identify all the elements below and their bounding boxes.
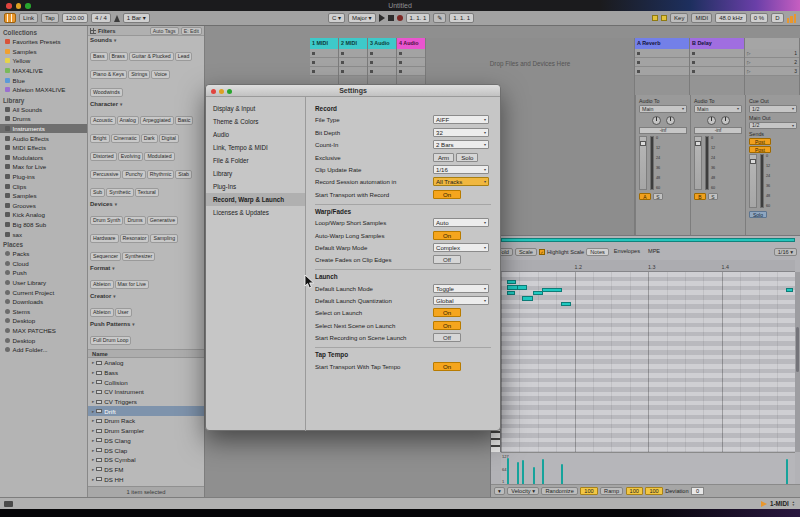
filter-tag[interactable]: Bass — [90, 52, 108, 61]
tab-envelopes[interactable]: Envelopes — [611, 248, 643, 257]
scene-slot[interactable]: ▷1 — [745, 49, 799, 58]
dropdown[interactable]: 1/16▾ — [433, 165, 489, 174]
filter-tag[interactable]: Brass — [109, 52, 128, 61]
fader-handle[interactable] — [695, 141, 701, 146]
filter-tag[interactable]: Max for Live — [115, 280, 149, 289]
quantization-menu[interactable]: 1 Bar ▾ — [123, 13, 150, 23]
tempo-field[interactable]: 120.00 — [62, 13, 88, 23]
places-item[interactable]: Packs — [0, 249, 87, 259]
settings-nav-item[interactable]: Record, Warp & Launch — [206, 193, 305, 206]
link-button[interactable]: Link — [19, 13, 38, 23]
scale-button[interactable]: Scale — [515, 248, 537, 257]
library-item[interactable]: Kick Analog — [0, 210, 87, 220]
key-map-button[interactable]: Key — [670, 13, 688, 23]
clip-slot[interactable] — [339, 49, 367, 58]
collection-item[interactable]: Samples — [0, 47, 87, 57]
velocity-stem[interactable] — [517, 462, 519, 485]
toggle-button[interactable]: On — [433, 321, 461, 330]
results-name-header[interactable]: Name — [88, 349, 204, 358]
filter-tag[interactable]: Evolving — [118, 152, 144, 161]
collection-item[interactable]: Blue — [0, 75, 87, 85]
stop-button[interactable] — [388, 15, 394, 21]
volume-value[interactable]: -inf — [694, 127, 742, 134]
collection-item[interactable]: Ableton MAX4LIVE — [0, 85, 87, 95]
filter-tag[interactable]: Hardware — [90, 234, 119, 243]
filter-tag[interactable]: Piano & Keys — [90, 70, 127, 79]
library-item[interactable]: All Sounds — [0, 105, 87, 115]
library-item[interactable]: Plug-ins — [0, 172, 87, 182]
dropdown[interactable]: Auto▾ — [433, 218, 489, 227]
lane-selector-menu[interactable]: Velocity ▾ — [507, 487, 539, 496]
time-signature-field[interactable]: 4 / 4 — [91, 13, 111, 23]
clip-slot[interactable] — [368, 67, 396, 76]
places-item[interactable]: Stems — [0, 306, 87, 316]
filter-tag[interactable]: Ableton — [90, 280, 114, 289]
filter-tag[interactable]: Synthesizer — [122, 252, 155, 261]
return-track-header[interactable]: A Reverb — [635, 38, 689, 49]
library-item[interactable]: Modulators — [0, 153, 87, 163]
library-item[interactable]: Grooves — [0, 201, 87, 211]
library-item[interactable]: Instruments — [0, 124, 87, 134]
browser-result-row[interactable]: ▸Drum Rack — [88, 416, 204, 426]
dropdown[interactable]: 32▾ — [433, 128, 489, 137]
toggle-button[interactable]: On — [433, 190, 461, 199]
deviation-field[interactable]: 0 — [691, 487, 704, 496]
collections-header[interactable]: Collections — [0, 27, 87, 37]
filter-tag[interactable]: Resonator — [120, 234, 150, 243]
filter-tag[interactable]: Drum Synth — [90, 216, 123, 225]
filter-tag[interactable]: User — [115, 308, 132, 317]
return-track-header[interactable]: B Delay — [690, 38, 744, 49]
filter-tag[interactable]: Acoustic — [90, 116, 116, 125]
velocity-stem[interactable] — [561, 464, 563, 485]
clip-slot[interactable] — [368, 49, 396, 58]
scrollbar-thumb[interactable] — [796, 327, 799, 372]
post-toggle-b[interactable]: Post — [749, 146, 771, 153]
current-clip-indicator[interactable]: 1-MIDI ▲▼ — [761, 500, 800, 507]
clip-slot[interactable] — [339, 58, 367, 67]
filter-tag[interactable]: Digital — [159, 134, 179, 143]
crossfade-b-button[interactable]: B — [694, 193, 706, 200]
toggle-button[interactable]: Off — [433, 333, 461, 342]
filter-tag[interactable]: Strings — [128, 70, 150, 79]
solo-button[interactable]: S — [708, 193, 718, 200]
browser-result-row[interactable]: ▸CV Triggers — [88, 397, 204, 407]
browser-result-row[interactable]: ▸Drift — [88, 406, 204, 416]
midi-note[interactable] — [517, 285, 526, 289]
browser-result-row[interactable]: ▸DS FM — [88, 465, 204, 475]
filter-tag[interactable]: Rhythmic — [147, 170, 175, 179]
volume-fader[interactable] — [694, 136, 702, 190]
dropdown[interactable]: Global▾ — [433, 296, 489, 305]
midi-note[interactable] — [522, 296, 533, 300]
scale-name-menu[interactable]: Major ▾ — [348, 13, 376, 23]
library-item[interactable]: sax — [0, 229, 87, 239]
places-item[interactable]: Cloud — [0, 258, 87, 268]
close-button[interactable] — [211, 89, 216, 94]
beat-time-ruler[interactable]: 1.21.31.4 — [501, 260, 795, 272]
midi-map-button[interactable]: MIDI — [691, 13, 712, 23]
library-item[interactable]: Audio Effects — [0, 133, 87, 143]
filter-tag[interactable]: Cinematic — [111, 134, 140, 143]
browser-result-row[interactable]: ▸DS Clap — [88, 445, 204, 455]
main-track-header[interactable] — [745, 38, 799, 49]
clip-slot[interactable] — [635, 49, 689, 58]
record-button[interactable] — [397, 15, 403, 21]
arrang-position-field[interactable]: 1. 1. 1 — [406, 13, 431, 23]
places-item[interactable]: Add Folder... — [0, 345, 87, 355]
midi-note[interactable] — [561, 302, 571, 306]
track-header[interactable]: 3 Audio — [368, 38, 396, 49]
clip-slot[interactable] — [397, 58, 425, 67]
browser-result-row[interactable]: ▸DS Cymbal — [88, 455, 204, 465]
toggle-button[interactable]: On — [433, 362, 461, 371]
minimize-button[interactable] — [219, 89, 224, 94]
browser-result-row[interactable]: ▸Bass — [88, 368, 204, 378]
clip-slot[interactable] — [690, 67, 744, 76]
velocity-stem[interactable] — [542, 459, 544, 485]
draw-mode-button[interactable]: ✎ — [433, 13, 446, 23]
places-item[interactable]: Downloads — [0, 297, 87, 307]
clip-nav-arrows-icon[interactable]: ▲▼ — [792, 501, 795, 507]
filter-tag[interactable]: Woodwinds — [90, 88, 123, 97]
places-item[interactable]: Desktop — [0, 316, 87, 326]
loop-position-field[interactable]: 1. 1. 1 — [449, 13, 474, 23]
clip-slot[interactable] — [690, 58, 744, 67]
toggle-button[interactable]: Off — [433, 255, 461, 264]
